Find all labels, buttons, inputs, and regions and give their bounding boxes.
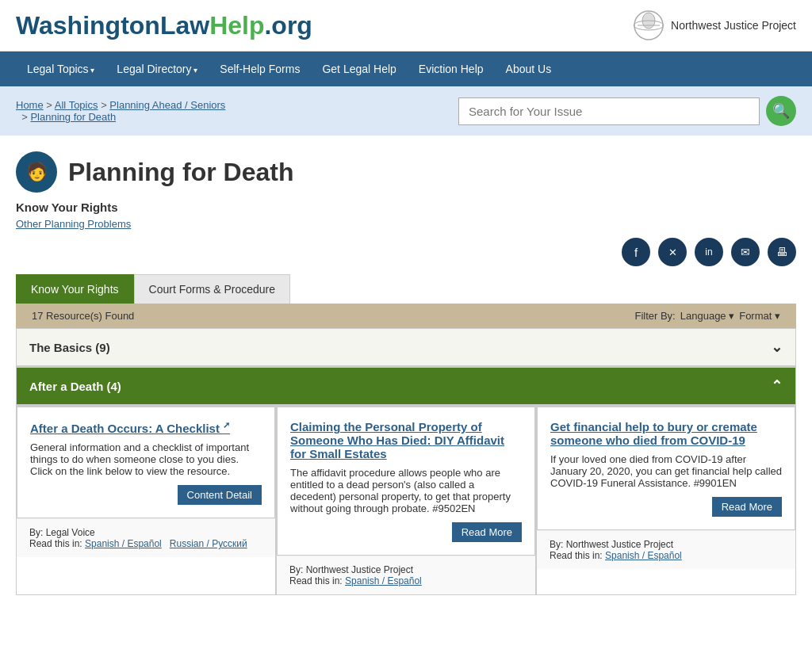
accordion-basics-chevron: ⌄ xyxy=(771,338,783,356)
card-2-wrapper: Claiming the Personal Property of Someon… xyxy=(276,406,536,595)
tab-court-forms[interactable]: Court Forms & Procedure xyxy=(134,274,291,304)
linkedin-icon[interactable]: in xyxy=(695,238,723,266)
nav-eviction-help[interactable]: Eviction Help xyxy=(408,52,495,86)
accordion-after-death: After a Death (4) ⌃ xyxy=(16,367,796,406)
other-planning: Other Planning Problems xyxy=(16,217,796,230)
search-icon: 🔍 xyxy=(772,102,790,120)
card-1-footer: By: Legal Voice Read this in: Spanish / … xyxy=(17,518,275,557)
logo-washington: Washington xyxy=(16,11,160,40)
card-1-read-in: Read this in: Spanish / Español Russian … xyxy=(29,538,262,549)
kyr-label: Know Your Rights xyxy=(16,201,796,214)
print-icon[interactable]: 🖶 xyxy=(768,238,796,266)
filter-controls: Filter By: Language ▾ Format ▾ xyxy=(634,310,780,322)
breadcrumb-home[interactable]: Home xyxy=(16,99,44,111)
card-3-footer: By: Northwest Justice Project Read this … xyxy=(537,530,795,569)
social-icons-row: f ✕ in ✉ 🖶 xyxy=(0,230,812,274)
site-logo[interactable]: WashingtonLawHelp.org xyxy=(16,11,312,40)
card-3-lang-es[interactable]: Spanish / Español xyxy=(605,550,682,561)
breadcrumb-sep3: > xyxy=(16,111,30,123)
tabs-row: Know Your Rights Court Forms & Procedure xyxy=(16,274,796,304)
card-2-actions: Read More xyxy=(290,522,522,542)
breadcrumb: Home > All Topics > Planning Ahead / Sen… xyxy=(16,99,225,123)
nav-get-legal-help[interactable]: Get Legal Help xyxy=(311,52,407,86)
read-more-button-3[interactable]: Read More xyxy=(712,497,782,517)
card-2-read-in: Read this in: Spanish / Español xyxy=(289,575,523,586)
card-3-wrapper: Get financial help to bury or cremate so… xyxy=(536,406,796,595)
card-3-actions: Read More xyxy=(550,497,782,517)
card-1-lang-es[interactable]: Spanish / Español xyxy=(85,538,162,549)
twitter-icon[interactable]: ✕ xyxy=(658,238,687,266)
main-nav: Legal Topics Legal Directory Self-Help F… xyxy=(0,52,812,86)
card-1-actions: Content Detail xyxy=(30,485,262,505)
search-input[interactable] xyxy=(458,97,760,125)
accordion-basics: The Basics (9) ⌄ xyxy=(16,328,796,367)
breadcrumb-sep2: > xyxy=(101,99,109,111)
card-2: Claiming the Personal Property of Someon… xyxy=(277,407,535,556)
nav-legal-directory-link[interactable]: Legal Directory xyxy=(105,52,209,86)
facebook-icon[interactable]: f xyxy=(622,238,650,266)
njp-logo: Northwest Justice Project xyxy=(633,10,796,41)
email-icon[interactable]: ✉ xyxy=(731,238,760,266)
senior-icon: 🧑 xyxy=(16,151,57,193)
senior-figure: 🧑 xyxy=(26,162,48,182)
card-2-desc: The affidavit procedure allows people wh… xyxy=(290,467,522,514)
card-3-by: By: Northwest Justice Project xyxy=(550,539,783,550)
page-title: Planning for Death xyxy=(68,158,293,187)
breadcrumb-search-bar: Home > All Topics > Planning Ahead / Sen… xyxy=(0,86,812,136)
breadcrumb-sep1: > xyxy=(46,99,55,111)
breadcrumb-all-topics[interactable]: All Topics xyxy=(55,99,98,111)
logo-help: Help xyxy=(209,11,264,40)
format-filter-button[interactable]: Format ▾ xyxy=(739,310,780,322)
accordion-after-death-chevron: ⌃ xyxy=(771,377,783,395)
page-title-row: 🧑 Planning for Death xyxy=(16,151,796,193)
search-box: 🔍 xyxy=(458,96,796,126)
card-1-by: By: Legal Voice xyxy=(29,527,262,538)
card-3-read-in: Read this in: Spanish / Español xyxy=(550,550,783,561)
card-3-desc: If your loved one died from COVID-19 aft… xyxy=(550,453,782,489)
nav-self-help-forms[interactable]: Self-Help Forms xyxy=(209,52,311,86)
card-3: Get financial help to bury or cremate so… xyxy=(537,407,795,530)
accordion-after-death-title: After a Death (4) xyxy=(29,380,121,393)
search-button[interactable]: 🔍 xyxy=(766,96,796,126)
cards-grid: After a Death Occurs: A Checklist ➚ Gene… xyxy=(16,406,796,595)
language-filter-button[interactable]: Language ▾ xyxy=(680,310,734,322)
card-2-by: By: Northwest Justice Project xyxy=(289,564,523,575)
card-3-title[interactable]: Get financial help to bury or cremate so… xyxy=(550,420,782,447)
nav-legal-directory[interactable]: Legal Directory xyxy=(105,52,209,86)
card-1-lang-ru[interactable]: Russian / Русский xyxy=(170,538,247,549)
site-header: WashingtonLawHelp.org Northwest Justice … xyxy=(0,0,812,52)
resources-found: 17 Resource(s) Found xyxy=(32,310,134,322)
other-planning-link[interactable]: Other Planning Problems xyxy=(16,218,131,230)
njp-name: Northwest Justice Project xyxy=(671,19,796,32)
njp-icon xyxy=(633,10,665,41)
nav-legal-topics-link[interactable]: Legal Topics xyxy=(16,52,105,86)
nav-legal-topics[interactable]: Legal Topics xyxy=(16,52,105,86)
external-link-icon-1: ➚ xyxy=(223,420,230,430)
accordion-basics-title: The Basics (9) xyxy=(29,341,110,354)
card-1-desc: General information and a checklist of i… xyxy=(30,441,262,477)
card-1: After a Death Occurs: A Checklist ➚ Gene… xyxy=(17,407,275,518)
content-detail-button-1[interactable]: Content Detail xyxy=(178,485,262,505)
card-1-title[interactable]: After a Death Occurs: A Checklist ➚ xyxy=(30,420,262,435)
card-2-title[interactable]: Claiming the Personal Property of Someon… xyxy=(290,420,522,460)
card-1-wrapper: After a Death Occurs: A Checklist ➚ Gene… xyxy=(16,406,276,595)
accordion-basics-header[interactable]: The Basics (9) ⌄ xyxy=(17,329,795,366)
logo-org: .org xyxy=(264,11,312,40)
nav-about-us[interactable]: About Us xyxy=(495,52,563,86)
logo-law: Law xyxy=(160,11,209,40)
breadcrumb-planning-ahead[interactable]: Planning Ahead / Seniors xyxy=(109,99,225,111)
filter-bar: 17 Resource(s) Found Filter By: Language… xyxy=(16,304,796,328)
accordion-after-death-header[interactable]: After a Death (4) ⌃ xyxy=(17,368,795,405)
tab-know-your-rights[interactable]: Know Your Rights xyxy=(16,274,134,304)
read-more-button-2[interactable]: Read More xyxy=(452,522,522,542)
card-2-lang-es[interactable]: Spanish / Español xyxy=(345,575,422,586)
card-2-footer: By: Northwest Justice Project Read this … xyxy=(277,556,535,594)
breadcrumb-planning-death[interactable]: Planning for Death xyxy=(30,111,116,123)
content-area: 🧑 Planning for Death Know Your Rights Ot… xyxy=(0,136,812,230)
filter-by-label: Filter By: xyxy=(634,310,675,322)
